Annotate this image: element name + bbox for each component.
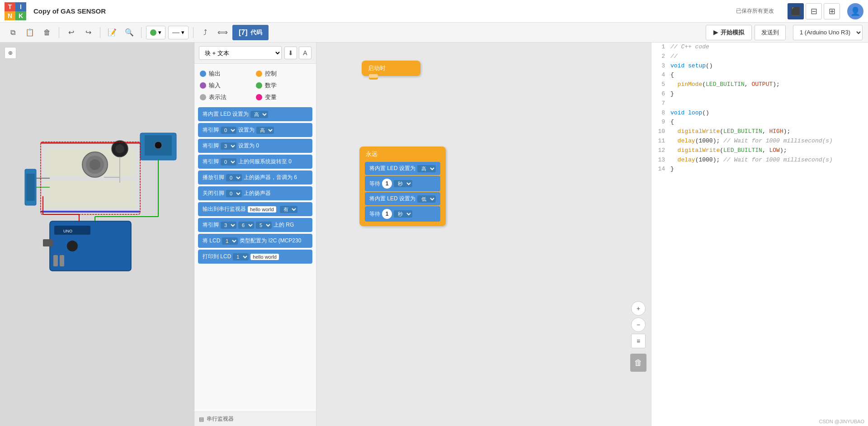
workspace[interactable]: 启动时 永远 将内置 LED 设置为 高: [316, 43, 651, 426]
inner-wait1-select[interactable]: 秒: [394, 180, 412, 187]
code-line: 2//: [651, 52, 868, 62]
code-line: 4{: [651, 71, 868, 80]
flip-btn[interactable]: ⟺: [215, 25, 230, 40]
inner-wait2-block[interactable]: 等待 1 秒: [365, 206, 440, 222]
layout-icon-btn[interactable]: ⊟: [806, 3, 822, 19]
cat-display-dot: [200, 94, 206, 100]
simulate-button[interactable]: ▶ 开始模拟: [706, 25, 752, 40]
logo: T I N K: [5, 2, 26, 20]
user-avatar[interactable]: 👤: [847, 3, 863, 19]
route-btn[interactable]: ⤴: [198, 25, 212, 40]
cat-vars-label: 变量: [265, 93, 277, 101]
blocks-header: 块 + 文本 ⬇ A: [194, 43, 316, 64]
block-pin0-select[interactable]: 0: [221, 127, 236, 134]
startup-block-group[interactable]: 启动时: [362, 61, 420, 76]
block-rgb-g-select[interactable]: 6: [238, 222, 254, 229]
zoom-fit-btn[interactable]: ⊕: [5, 47, 16, 59]
block-lcd-num-select[interactable]: 1: [222, 237, 238, 245]
send-button[interactable]: 发送到: [755, 25, 786, 40]
inner-led-low-select[interactable]: 低: [417, 195, 436, 203]
cat-input[interactable]: 输入: [200, 80, 255, 91]
block-rgb-r-select[interactable]: 3: [221, 222, 236, 229]
block-servo[interactable]: 将引脚 0 上的伺服系统旋转至 0: [198, 155, 312, 169]
code-line: 5 pinMode(LED_BUILTIN, OUTPUT);: [651, 80, 868, 90]
block-rgb[interactable]: 将引脚 3 6 5 上的 RG: [198, 218, 312, 232]
logo-t: T: [5, 2, 15, 11]
block-serial-text: hello world: [248, 206, 276, 213]
inner-led-high-block[interactable]: 将内置 LED 设置为 高: [365, 162, 440, 175]
code-icon: [7]: [239, 28, 248, 37]
top-icons: ⬛ ⊟ ⊞: [788, 3, 840, 19]
svg-rect-10: [60, 255, 64, 266]
fit-view-btn[interactable]: ≡: [631, 334, 646, 348]
undo-btn[interactable]: ↩: [64, 25, 78, 40]
code-button[interactable]: [7] 代码: [232, 25, 269, 40]
line-picker[interactable]: — ▾: [168, 26, 189, 39]
cat-control[interactable]: 控制: [256, 68, 311, 79]
inner-led-low-block[interactable]: 将内置 LED 设置为 低: [365, 192, 440, 205]
block-serial-mode-select[interactable]: 有: [280, 206, 297, 213]
cat-input-dot: [200, 82, 206, 89]
logo-k: K: [15, 11, 26, 20]
inner-wait1-block[interactable]: 等待 1 秒: [365, 176, 440, 191]
serial-label: 串行监视器: [207, 415, 234, 423]
save-status: 已保存所有更改: [736, 7, 774, 15]
cat-control-label: 控制: [265, 70, 277, 78]
code-line: 9{: [651, 118, 868, 127]
device-select[interactable]: 1 (Arduino Uno R3): [793, 25, 863, 40]
startup-block[interactable]: 启动时: [362, 61, 420, 76]
forever-block-group[interactable]: 永远 将内置 LED 设置为 高 等待 1 秒 将内置: [359, 147, 446, 226]
block-pin0-val-select[interactable]: 高: [256, 127, 274, 134]
cat-output[interactable]: 输出: [200, 68, 255, 79]
trash-btn[interactable]: 🗑: [630, 354, 646, 372]
copy-btn[interactable]: ⧉: [5, 25, 20, 40]
block-pin3-select[interactable]: 3: [221, 142, 236, 150]
block-led-builtin-high[interactable]: 将内置 LED 设置为 高: [198, 107, 312, 121]
inner-wait2-select[interactable]: 秒: [394, 210, 412, 218]
color-picker[interactable]: ▾: [146, 26, 165, 39]
block-serial-print[interactable]: 输出到串行监视器 hello world 有: [198, 202, 312, 216]
block-servo-pin-select[interactable]: 0: [221, 158, 236, 166]
notes-btn[interactable]: 📝: [105, 25, 119, 40]
zoom-out-btn[interactable]: −: [631, 317, 646, 332]
block-pin-set-digital[interactable]: 将引脚 0 设置为 高: [198, 123, 312, 137]
code-panel: 1// C++ code2//3void setup()4{5 pinMode(…: [651, 43, 868, 426]
delete-btn[interactable]: 🗑: [40, 25, 54, 40]
block-rgb-b-select[interactable]: 5: [256, 222, 272, 229]
code-line: 11 delay(1000); // Wait for 1000 millise…: [651, 137, 868, 146]
code-line: 3void setup(): [651, 62, 868, 71]
grid-icon-btn[interactable]: ⊞: [824, 3, 840, 19]
canvas-area[interactable]: ⊕ UNO: [0, 43, 194, 426]
inner-led-high-select[interactable]: 高: [417, 165, 436, 172]
block-lcd-config[interactable]: 将 LCD 1 类型配置为 I2C (MCP230: [198, 234, 312, 248]
blocks-panel: 块 + 文本 ⬇ A 输出 控制 输入 数学: [194, 43, 316, 426]
block-buzzer-play[interactable]: 播放引脚 0 上的扬声器，音调为 6: [198, 170, 312, 185]
svg-point-19: [115, 144, 124, 153]
serial-bar: ▤ 串行监视器: [194, 412, 316, 426]
block-led-high-select[interactable]: 高: [250, 111, 268, 118]
download-icon-btn[interactable]: ⬇: [284, 47, 297, 59]
block-buzzer-pin-select[interactable]: 0: [226, 174, 242, 181]
topbar: T I N K Copy of GAS SENSOR 已保存所有更改 ⬛ ⊟ ⊞…: [0, 0, 868, 23]
video-icon-btn[interactable]: ⬛: [788, 3, 804, 19]
inspect-btn[interactable]: 🔍: [122, 25, 137, 40]
block-pin-set-analog[interactable]: 将引脚 3 设置为 0: [198, 139, 312, 153]
cat-display[interactable]: 表示法: [200, 92, 255, 103]
block-lcd-print-select[interactable]: 1: [233, 253, 249, 260]
block-buzzer-stop[interactable]: 关闭引脚 0 上的扬声器: [198, 186, 312, 200]
block-lcd-print[interactable]: 打印到 LCD 1 hello world: [198, 250, 312, 264]
sep1: [59, 27, 59, 38]
font-size-btn[interactable]: A: [299, 47, 311, 59]
zoom-in-btn[interactable]: +: [631, 301, 646, 316]
blocks-mode-select[interactable]: 块 + 文本: [199, 46, 282, 60]
paste-btn[interactable]: 📋: [23, 25, 37, 40]
cat-vars[interactable]: 变量: [256, 92, 311, 103]
forever-block[interactable]: 永远 将内置 LED 设置为 高 等待 1 秒 将内置: [359, 147, 446, 226]
simulate-label: 开始模拟: [721, 28, 744, 37]
forever-header: 永远: [363, 149, 442, 161]
block-buzzer-stop-select[interactable]: 0: [226, 190, 242, 197]
cat-math[interactable]: 数学: [256, 80, 311, 91]
redo-btn[interactable]: ↪: [81, 25, 95, 40]
svg-rect-2: [41, 211, 140, 213]
svg-point-17: [90, 159, 100, 170]
